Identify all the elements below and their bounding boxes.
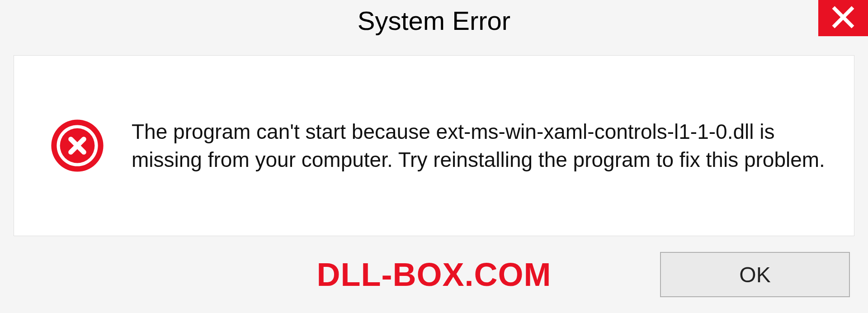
- error-icon: [50, 119, 104, 173]
- dialog-footer: DLL-BOX.COM OK: [0, 236, 868, 313]
- close-button[interactable]: [818, 0, 868, 36]
- ok-button[interactable]: OK: [660, 252, 850, 297]
- watermark-text: DLL-BOX.COM: [317, 256, 552, 293]
- titlebar: System Error: [0, 0, 868, 45]
- close-icon: [830, 5, 856, 32]
- dialog-body: The program can't start because ext-ms-w…: [14, 55, 854, 236]
- error-message: The program can't start because ext-ms-w…: [132, 118, 827, 174]
- dialog-title: System Error: [358, 5, 510, 36]
- error-dialog: System Error The program can't start bec…: [0, 0, 868, 313]
